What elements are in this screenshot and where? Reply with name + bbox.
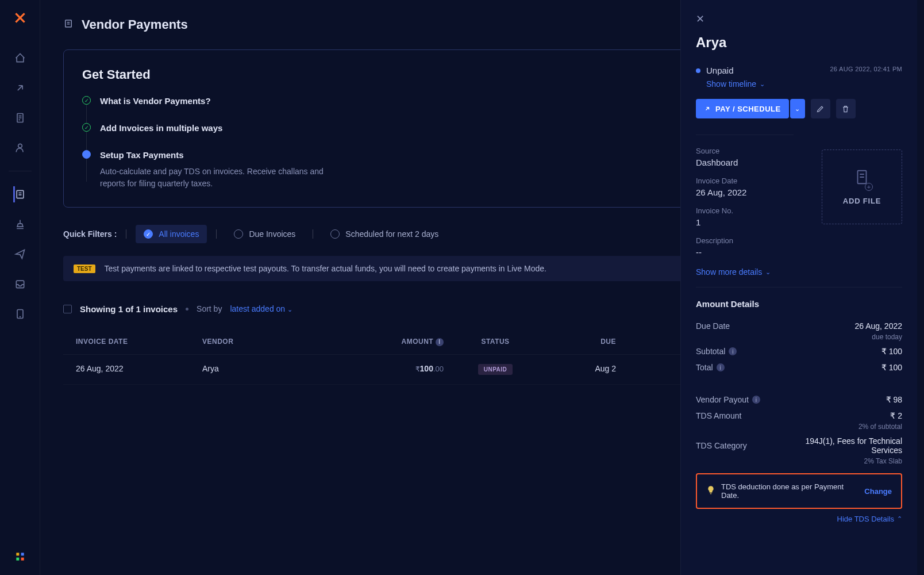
step-title: Setup Tax Payments [100,150,341,160]
detail-invoice-no: Invoice No. 1 [696,206,794,227]
action-row: PAY / SCHEDULE ⌄ [696,99,902,118]
sort-label: Sort by [197,304,222,313]
svg-point-4 [20,317,20,317]
kv-label: Vendor Payout i [696,395,760,404]
row-subtotal: Subtotal i ₹ 100 [696,343,902,359]
pay-dropdown-button[interactable]: ⌄ [790,99,805,118]
th-amount: AMOUNT i [329,338,444,346]
tds-amount-sub: 2% of subtotal [696,423,902,431]
kv-value: 194J(1), Fees for Technical Services [776,436,902,455]
detail-description: Description -- [696,236,794,257]
th-status: STATUS [444,338,547,346]
svg-rect-5 [16,553,19,555]
sidebar-divider [9,171,32,171]
cell-invoice-date: 26 Aug, 2022 [76,364,202,375]
th-due-date: DUE [547,338,616,346]
detail-label: Description [696,236,794,245]
step-item[interactable]: Add Invoices in multiple ways [82,123,341,139]
th-invoice-date: INVOICE DATE [76,338,202,346]
apps-icon[interactable] [13,550,27,564]
filter-due-invoices[interactable]: Due Invoices [226,225,303,243]
radio-icon [330,229,340,239]
timeline-link-text: Show timeline [706,79,756,89]
hide-link-text: Hide TDS Details [837,515,894,523]
filter-scheduled[interactable]: Scheduled for next 2 days [322,225,446,243]
row-tds-category: TDS Category 194J(1), Fees for Technical… [696,433,902,458]
change-link[interactable]: Change [864,487,892,496]
kv-label: TDS Amount [696,411,741,420]
detail-invoice-date: Invoice Date 26 Aug, 2022 [696,177,794,197]
stamp-icon[interactable] [13,217,27,231]
pay-label: PAY / SCHEDULE [715,105,781,113]
user-icon[interactable] [13,141,27,155]
info-icon[interactable]: i [729,347,737,355]
divider [216,229,217,239]
detail-value: 1 [696,217,794,227]
step-desc: Auto-calculate and pay TDS on invoices. … [100,166,341,190]
svg-point-1 [18,144,22,148]
send-icon[interactable] [13,247,27,261]
home-icon[interactable] [13,51,27,65]
close-button[interactable]: ✕ [696,13,704,25]
detail-panel: ✕ Arya Unpaid 26 AUG 2022, 02:41 PM Show… [680,0,917,575]
panel-title: Arya [696,34,902,51]
row-vendor-payout: Vendor Payout i ₹ 98 [696,392,902,408]
add-file-button[interactable]: + ADD FILE [822,150,902,224]
divider [126,229,126,239]
th-vendor: VENDOR [202,338,329,346]
check-icon [144,229,153,239]
document-icon[interactable] [13,111,27,125]
row-tds-amount: TDS Amount ₹ 2 [696,408,902,424]
step-done-icon [82,123,91,132]
detail-label: Invoice No. [696,206,794,215]
logo [13,10,28,29]
page-title: Vendor Payments [82,17,188,32]
dot-separator [186,308,188,310]
pay-schedule-button[interactable]: PAY / SCHEDULE [696,99,789,118]
test-badge: TEST [74,264,95,273]
row-due-date: Due Date 26 Aug, 2022 [696,318,902,334]
edit-button[interactable] [811,99,830,118]
kv-label: Total i [696,363,725,372]
bulb-icon [706,485,715,497]
due-date-sub: due today [696,333,902,341]
receipt-icon[interactable] [13,187,27,201]
tds-highlight-box: TDS deduction done as per Payment Date. … [696,473,902,509]
timestamp: 26 AUG 2022, 02:41 PM [830,66,902,72]
tablet-icon[interactable] [13,307,27,321]
kv-value: 26 Aug, 2022 [854,321,902,331]
step-current-icon [82,150,91,159]
delete-button[interactable] [836,99,856,118]
filter-all-invoices[interactable]: All invoices [136,225,207,243]
get-started-title: Get Started [82,67,341,82]
kv-value: ₹ 2 [890,411,902,420]
inbox-icon[interactable] [13,277,27,291]
sort-value-text: latest added on [230,304,285,313]
info-icon[interactable]: i [752,396,760,404]
show-timeline-link[interactable]: Show timeline ⌄ [706,79,765,89]
filter-label: Scheduled for next 2 days [345,229,438,239]
kv-value: ₹ 98 [886,395,902,404]
detail-value: Dashboard [696,158,794,167]
tds-category-sub: 2% Tax Slab [696,457,902,465]
amount-details-title: Amount Details [696,299,902,309]
detail-source: Source Dashboard [696,147,794,167]
filters-label: Quick Filters : [63,229,117,239]
cell-vendor: Arya [202,364,329,375]
detail-value: 26 Aug, 2022 [696,187,794,197]
chevron-down-icon: ⌄ [765,269,771,276]
arrow-out-icon[interactable] [13,81,27,95]
step-item[interactable]: What is Vendor Payments? [82,96,341,112]
step-item[interactable]: Setup Tax Payments Auto-calculate and pa… [82,150,341,190]
chevron-down-icon: ⌄ [760,80,765,88]
detail-value: -- [696,247,794,257]
select-all-checkbox[interactable] [63,305,72,313]
info-icon[interactable]: i [717,363,725,371]
sort-dropdown[interactable]: latest added on ⌄ [230,304,292,313]
steps-list: What is Vendor Payments? Add Invoices in… [82,96,341,190]
status-dot-icon [696,68,700,73]
hide-tds-link[interactable]: Hide TDS Details ⌃ [696,515,902,523]
show-more-text: Show more details [696,267,762,277]
info-icon: i [436,338,444,346]
show-more-link[interactable]: Show more details ⌄ [696,267,771,277]
